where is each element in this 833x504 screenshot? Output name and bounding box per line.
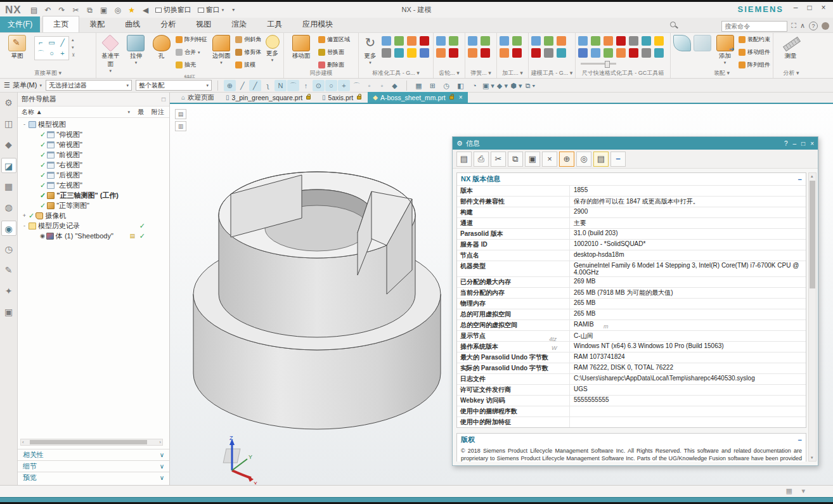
ribbon-tab-工具[interactable]: 工具 [257, 16, 292, 32]
list-icon[interactable]: ▤ [593, 152, 609, 167]
tool-icon[interactable] [616, 48, 626, 58]
tree-row[interactable]: +✓摄像机 [18, 210, 169, 221]
dialog-maximize-icon[interactable]: □ [801, 140, 805, 147]
tool-icon[interactable] [420, 36, 429, 46]
undock-icon[interactable]: □ [162, 96, 165, 103]
hd3d-tool-icon[interactable]: ◍ [1, 200, 16, 215]
paste-icon[interactable]: ▣ [525, 152, 540, 167]
tree-row[interactable]: -模型视图 [18, 119, 169, 129]
ribbon-tab-文件(F)[interactable]: 文件(F) [0, 16, 40, 32]
move-face-button[interactable]: 移动面 [287, 35, 316, 60]
tree-row[interactable]: ✓"后视图" [18, 170, 169, 180]
tool-icon[interactable] [531, 48, 541, 58]
ribbon-tab-主页[interactable]: 主页 [42, 16, 79, 32]
process-studio-icon[interactable]: ✎ [1, 262, 16, 278]
file-tab[interactable]: ▯5axis.prt [317, 92, 366, 103]
view-tool-icon[interactable]: ◷ [441, 80, 453, 91]
snap-point-icon[interactable]: N [274, 80, 287, 91]
tool-icon[interactable] [468, 36, 477, 46]
status-chevron-icon[interactable]: ▾ [801, 487, 805, 495]
close-tab-icon[interactable]: × [459, 94, 463, 101]
tool-icon[interactable] [500, 48, 509, 58]
trim-body-button[interactable]: 修剪体 [235, 48, 261, 56]
collapse-section-icon[interactable]: − [798, 176, 802, 183]
tool-icon[interactable] [544, 48, 553, 58]
feature-more-button[interactable]: 更多▾ [264, 35, 281, 63]
measure-button[interactable]: 测量 [776, 35, 805, 60]
print-icon[interactable]: ⎙ [474, 152, 489, 167]
scrollbar-thumb[interactable] [810, 181, 815, 288]
reuse-library-icon[interactable]: ▦ [1, 179, 16, 194]
collapse-icon[interactable]: - [22, 121, 27, 127]
snap-point-icon[interactable]: ⊕ [224, 80, 236, 91]
collapse-icon[interactable]: - [22, 223, 27, 229]
add-component-button[interactable]: 添加▾ [714, 35, 736, 65]
minimize-ribbon-icon[interactable]: ∧ [800, 22, 805, 30]
file-tab[interactable]: ▯3_pin_green_square.prt [221, 92, 316, 103]
tool-icon[interactable] [481, 48, 490, 58]
delete-face-button[interactable]: 删除面 [318, 61, 350, 69]
save-icon[interactable]: ▤ [456, 152, 472, 167]
eye-icon[interactable]: ◉ [40, 233, 45, 239]
tool-icon[interactable] [468, 48, 477, 58]
check-icon[interactable]: ✓ [40, 202, 46, 210]
window-menu-button[interactable]: 窗口 ▾ [195, 4, 228, 15]
close-button[interactable]: × [817, 3, 830, 14]
selection-scope-dropdown[interactable]: 整个装配▾ [136, 80, 212, 91]
snap-point-icon[interactable]: ○ [325, 80, 337, 91]
resource-gear-icon[interactable]: ⚙ [1, 95, 16, 110]
sphere-icon[interactable]: ◎ [112, 4, 124, 16]
user-avatar[interactable] [822, 22, 829, 30]
check-icon[interactable]: ✓ [40, 151, 46, 159]
redo-icon[interactable]: ↷ [56, 4, 68, 16]
cut-icon[interactable]: ✂ [70, 4, 82, 16]
view-tool-icon[interactable]: ⊞ [427, 80, 439, 91]
dialog-title-bar[interactable]: ⚙ 信息 ? – □ × [453, 137, 818, 150]
selection-filter-dropdown[interactable]: 无选择过滤器▾ [46, 80, 132, 91]
manufacturing-wizard-icon[interactable]: ✦ [1, 283, 16, 299]
tool-icon[interactable] [394, 36, 404, 46]
snap-point-icon[interactable]: ⌒ [351, 80, 363, 91]
tool-icon[interactable] [604, 48, 613, 58]
maximize-button[interactable]: □ [803, 3, 817, 14]
tree-row[interactable]: ◉体 (1) "Sheetbody"▤✓ [18, 231, 169, 241]
copy-icon[interactable]: ⧉ [84, 4, 96, 16]
edge-blend-button[interactable]: 边倒圆▾ [210, 35, 233, 65]
tree-row[interactable]: -模型历史记录✓ [18, 221, 169, 231]
sketch-button[interactable]: 草图 [3, 35, 32, 60]
part-navigator-icon[interactable]: ◪ [1, 158, 16, 173]
navigator-section-预览[interactable]: 预览∨ [18, 472, 169, 483]
undo-icon[interactable]: ↶ [42, 4, 55, 16]
view-tool-icon[interactable]: ⬢ ▾ [510, 80, 522, 91]
tree-row[interactable]: ✓"前视图" [18, 150, 169, 160]
curve-tool-icon[interactable]: ○ [46, 48, 57, 59]
dialog-close-icon[interactable]: × [810, 140, 814, 147]
delete-icon[interactable]: × [542, 152, 557, 167]
unite-button[interactable]: 合并 ▾ [176, 48, 207, 56]
find-icon[interactable]: ◎ [576, 152, 591, 167]
tool-icon[interactable] [449, 36, 458, 46]
navigator-section-细节[interactable]: 细节∨ [18, 460, 169, 472]
page-icon[interactable]: ▥ [175, 121, 186, 131]
tool-icon[interactable] [591, 36, 600, 46]
tool-icon[interactable] [382, 36, 391, 46]
collapse-section-icon[interactable]: − [798, 436, 802, 444]
tool-icon[interactable] [449, 48, 458, 58]
draft-button[interactable]: 拔模 [235, 61, 261, 69]
tool-icon[interactable] [512, 36, 522, 46]
tool-icon[interactable] [629, 36, 638, 46]
horizontal-scrollbar[interactable]: ‹› [20, 439, 163, 446]
view-tool-icon[interactable]: ▣ ▾ [482, 80, 494, 91]
datum-plane-button[interactable]: 基准平面▾ [99, 35, 122, 74]
check-icon[interactable]: ✓ [40, 191, 46, 200]
ribbon-tab-曲线[interactable]: 曲线 [115, 16, 150, 32]
ribbon-tab-应用模块[interactable]: 应用模块 [292, 16, 343, 32]
window-grid-icon[interactable]: ▦ [786, 487, 792, 495]
tree-row[interactable]: ✓"正三轴测图" (工作) [18, 190, 169, 200]
tool-icon[interactable] [591, 48, 600, 58]
file-tab[interactable]: ◆A-boss_sheet_mm.prt× [368, 92, 467, 103]
tool-icon[interactable] [531, 36, 541, 46]
tool-icon[interactable] [544, 36, 553, 46]
view-tool-icon[interactable]: ◆ ▾ [496, 80, 508, 91]
tool-icon[interactable] [394, 48, 404, 58]
